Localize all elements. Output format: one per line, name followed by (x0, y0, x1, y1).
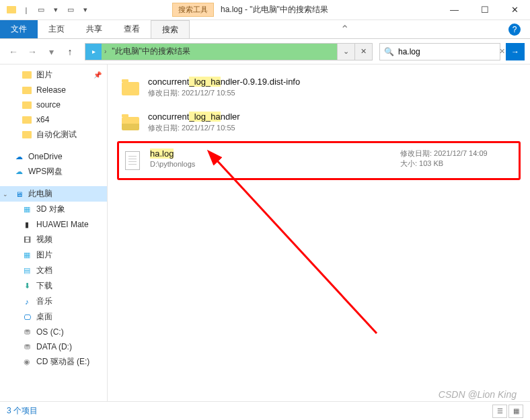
result-meta: 修改日期: 2021/12/7 10:55 (148, 123, 517, 133)
minimize-button[interactable]: ― (439, 0, 469, 20)
music-icon: ♪ (22, 296, 32, 307)
properties-icon[interactable]: ▭ (35, 4, 47, 16)
folder-icon (22, 130, 32, 140)
sidebar-item-label: 桌面 (36, 311, 52, 323)
sidebar-item[interactable]: ⛃ DATA (D:) (0, 339, 107, 354)
help-icon: ? (508, 24, 521, 36)
ribbon-chevron[interactable]: ⌃ (331, 20, 358, 38)
sidebar-item[interactable]: ⬇ 下载 (0, 278, 107, 294)
sidebar-item[interactable]: ▦ 3D 对象 (0, 202, 107, 217)
results-pane: concurrent_log_handler-0.9.19.dist-info … (108, 65, 530, 401)
chevron-right-icon: › (102, 48, 109, 55)
chevron-down-icon[interactable]: ⌄ (3, 191, 8, 198)
sidebar-item-label: OS (C:) (36, 327, 64, 337)
desktop-icon: 🖵 (22, 312, 32, 323)
qat-separator-icon: | (20, 4, 32, 16)
clear-search-icon[interactable]: ✕ (499, 47, 505, 56)
close-button[interactable]: ✕ (500, 0, 530, 20)
sidebar-item-label: source (36, 100, 61, 110)
tab-search[interactable]: 搜索 (151, 20, 190, 38)
sidebar-item[interactable]: ☁ OneDrive (0, 149, 107, 164)
sidebar-item-label: HUAWEI Mate (36, 220, 89, 229)
tab-view[interactable]: 查看 (113, 20, 151, 38)
sidebar-item[interactable]: ▤ 文档 (0, 263, 107, 278)
sidebar-item-label: x64 (36, 115, 49, 124)
sidebar-item[interactable]: 自动化测试 (0, 127, 107, 142)
sidebar-item-label: 下载 (36, 280, 52, 292)
item-count: 3 个项目 (7, 405, 38, 417)
sidebar-item-label: 音乐 (36, 296, 52, 307)
folder-py-icon (121, 112, 140, 136)
folder-icon (22, 70, 32, 81)
quick-access-toolbar: | ▭ ▾ ▭ ▾ (0, 4, 91, 16)
wps-icon: ☁ (13, 167, 24, 177)
sidebar-item[interactable]: source (0, 97, 107, 112)
docs-icon: ▤ (22, 265, 32, 276)
sidebar-item-label: 图片 (36, 249, 52, 261)
sidebar-item[interactable]: 🎞 视频 (0, 232, 107, 247)
onedrive-icon: ☁ (13, 151, 24, 162)
sidebar-item-label: 自动化测试 (36, 129, 77, 140)
sidebar-item-label: WPS网盘 (28, 166, 63, 177)
navigation-pane: 图片 📌 Release source x64 自动化测试 ☁ OneDrive… (0, 65, 108, 401)
sidebar-item-label: 此电脑 (28, 188, 52, 200)
address-bar[interactable]: ▸ › "此电脑"中的搜索结果 ⌄ ✕ (85, 43, 373, 60)
search-box[interactable]: 🔍 ✕ (379, 43, 500, 60)
view-icons-button[interactable]: ▦ (508, 405, 523, 418)
sidebar-item-label: 文档 (36, 265, 52, 276)
sidebar-item[interactable]: 图片 📌 (0, 67, 107, 83)
3d-icon: ▦ (22, 204, 32, 215)
pc-icon: 🖥 (13, 189, 24, 200)
search-input[interactable] (398, 47, 499, 56)
up-button[interactable]: ↑ (62, 44, 78, 60)
sidebar-item[interactable]: Release (0, 83, 107, 97)
titlebar: | ▭ ▾ ▭ ▾ 搜索工具 ha.log - "此电脑"中的搜索结果 ― ☐ … (0, 0, 530, 20)
sidebar-item-label: Release (36, 85, 66, 95)
sidebar-item[interactable]: x64 (0, 112, 107, 127)
tab-home[interactable]: 主页 (38, 20, 75, 38)
sidebar-item[interactable]: ♪ 音乐 (0, 294, 107, 309)
cd-icon: ◉ (22, 357, 32, 368)
back-button[interactable]: ← (5, 44, 22, 60)
tab-share[interactable]: 共享 (75, 20, 113, 38)
recent-dropdown[interactable]: ▾ (43, 44, 59, 60)
watermark: CSDN @Lion King (439, 389, 517, 400)
help-button[interactable]: ? (499, 20, 530, 38)
result-name: ha.log (150, 149, 392, 159)
sidebar-item[interactable]: ◉ CD 驱动器 (E:) (0, 354, 107, 370)
tab-file[interactable]: 文件 (0, 20, 38, 38)
video-icon: 🎞 (22, 235, 32, 245)
sidebar-item[interactable]: ☁ WPS网盘 (0, 164, 107, 179)
ribbon: 文件 主页 共享 查看 搜索 ⌃ ? (0, 20, 530, 39)
dropdown-icon[interactable]: ▾ (50, 4, 62, 16)
new-folder-icon[interactable]: ▭ (65, 4, 77, 16)
address-dropdown[interactable]: ⌄ (337, 44, 354, 60)
customize-icon[interactable]: ▾ (79, 4, 91, 16)
file-icon (123, 149, 142, 173)
sidebar-item[interactable]: ⛃ OS (C:) (0, 325, 107, 339)
drive-icon: ⛃ (22, 327, 32, 337)
search-result[interactable]: concurrent_log_handler 修改日期: 2021/12/7 1… (117, 106, 521, 141)
maximize-button[interactable]: ☐ (469, 0, 500, 20)
search-go-button[interactable]: → (506, 43, 525, 60)
sidebar-this-pc[interactable]: ⌄ 🖥 此电脑 (0, 186, 107, 202)
sidebar-item-label: 图片 (36, 69, 52, 81)
sidebar-item-label: CD 驱动器 (E:) (36, 356, 89, 368)
stop-refresh-button[interactable]: ✕ (354, 44, 372, 60)
search-result[interactable]: concurrent_log_handler-0.9.19.dist-info … (117, 71, 521, 106)
sidebar-item[interactable]: 🖵 桌面 (0, 309, 107, 325)
svg-line-0 (215, 159, 377, 333)
status-bar: 3 个项目 ☰ ▦ (0, 401, 530, 420)
sidebar-item[interactable]: ▦ 图片 (0, 247, 107, 263)
sidebar-item-label: DATA (D:) (36, 342, 72, 351)
folder-icon (5, 4, 17, 16)
search-result[interactable]: ha.log D:\pythonlogs 修改日期: 2021/12/7 14:… (117, 141, 521, 180)
folder-icon (22, 85, 32, 95)
sidebar-item[interactable]: ▮ HUAWEI Mate (0, 217, 107, 232)
sidebar-item-label: OneDrive (28, 152, 63, 161)
view-details-button[interactable]: ☰ (492, 405, 507, 418)
pictures-icon: ▦ (22, 250, 32, 261)
result-name: concurrent_log_handler-0.9.19.dist-info (148, 77, 517, 87)
result-meta: 修改日期: 2021/12/7 10:55 (148, 88, 517, 98)
search-icon: 🔍 (384, 47, 394, 56)
